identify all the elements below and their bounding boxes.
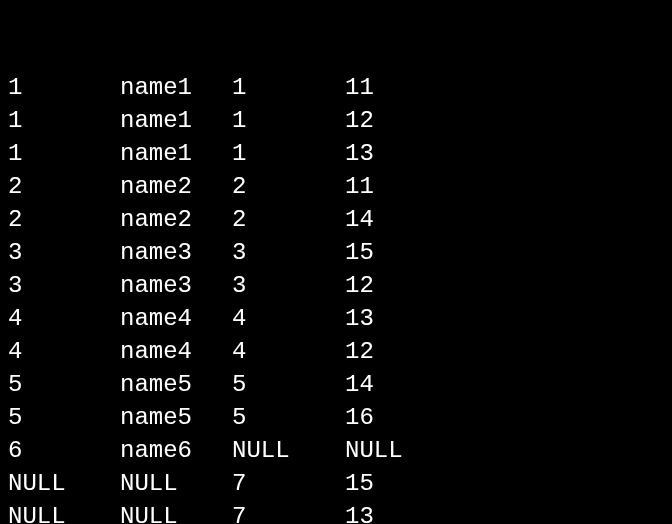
cell-col2: name6 (120, 434, 232, 468)
cell-col4: 11 (345, 71, 664, 105)
cell-col4: 13 (345, 500, 664, 524)
table-row: 1name1113 (8, 137, 664, 170)
terminal-output: 1name11111name11121name11132name22112nam… (8, 4, 664, 524)
table-row: 3name3315 (8, 236, 664, 269)
cell-col3: 2 (232, 203, 345, 237)
cell-col3: 3 (232, 236, 345, 270)
cell-col3: 4 (232, 302, 345, 336)
cell-col3: NULL (232, 434, 345, 468)
cell-col3: 1 (232, 71, 345, 105)
cell-col2: NULL (120, 467, 232, 501)
table-row: 3name3312 (8, 269, 664, 302)
cell-col4: 13 (345, 302, 664, 336)
cell-col3: 7 (232, 467, 345, 501)
table-row: 5name5514 (8, 368, 664, 401)
cell-col4: 12 (345, 104, 664, 138)
table-row: NULLNULL715 (8, 467, 664, 500)
table-row: NULLNULL713 (8, 500, 664, 524)
cell-col3: 5 (232, 368, 345, 402)
cell-col2: name5 (120, 368, 232, 402)
cell-col1: 6 (8, 434, 120, 468)
cell-col1: NULL (8, 500, 120, 524)
cell-col2: name4 (120, 335, 232, 369)
cell-col4: 12 (345, 335, 664, 369)
cell-col1: 4 (8, 302, 120, 336)
cell-col3: 1 (232, 104, 345, 138)
cell-col1: 5 (8, 368, 120, 402)
cell-col2: name2 (120, 170, 232, 204)
table-row: 5name5516 (8, 401, 664, 434)
cell-col3: 7 (232, 500, 345, 524)
cell-col4: 12 (345, 269, 664, 303)
table-row: 4name4413 (8, 302, 664, 335)
cell-col2: name3 (120, 236, 232, 270)
table-row: 2name2214 (8, 203, 664, 236)
cell-col3: 1 (232, 137, 345, 171)
cell-col2: name1 (120, 137, 232, 171)
cell-col4: 15 (345, 467, 664, 501)
cell-col2: NULL (120, 500, 232, 524)
cell-col1: 3 (8, 236, 120, 270)
cell-col4: 16 (345, 401, 664, 435)
cell-col2: name2 (120, 203, 232, 237)
cell-col1: 2 (8, 170, 120, 204)
cell-col4: 11 (345, 170, 664, 204)
cell-col1: 2 (8, 203, 120, 237)
cell-col2: name5 (120, 401, 232, 435)
cell-col1: 5 (8, 401, 120, 435)
cell-col3: 2 (232, 170, 345, 204)
cell-col2: name3 (120, 269, 232, 303)
table-row: 1name1111 (8, 71, 664, 104)
cell-col2: name1 (120, 71, 232, 105)
cell-col1: 1 (8, 71, 120, 105)
cell-col1: 1 (8, 137, 120, 171)
cell-col1: NULL (8, 467, 120, 501)
cell-col1: 3 (8, 269, 120, 303)
table-row: 2name2211 (8, 170, 664, 203)
query-result-rows: 1name11111name11121name11132name22112nam… (8, 71, 664, 524)
cell-col4: 14 (345, 368, 664, 402)
cell-col4: 13 (345, 137, 664, 171)
table-row: 6name6NULLNULL (8, 434, 664, 467)
cell-col1: 1 (8, 104, 120, 138)
table-row: 4name4412 (8, 335, 664, 368)
cell-col3: 3 (232, 269, 345, 303)
cell-col4: 14 (345, 203, 664, 237)
cell-col3: 4 (232, 335, 345, 369)
cell-col4: 15 (345, 236, 664, 270)
cell-col3: 5 (232, 401, 345, 435)
cell-col2: name1 (120, 104, 232, 138)
cell-col4: NULL (345, 434, 664, 468)
cell-col1: 4 (8, 335, 120, 369)
table-row: 1name1112 (8, 104, 664, 137)
cell-col2: name4 (120, 302, 232, 336)
